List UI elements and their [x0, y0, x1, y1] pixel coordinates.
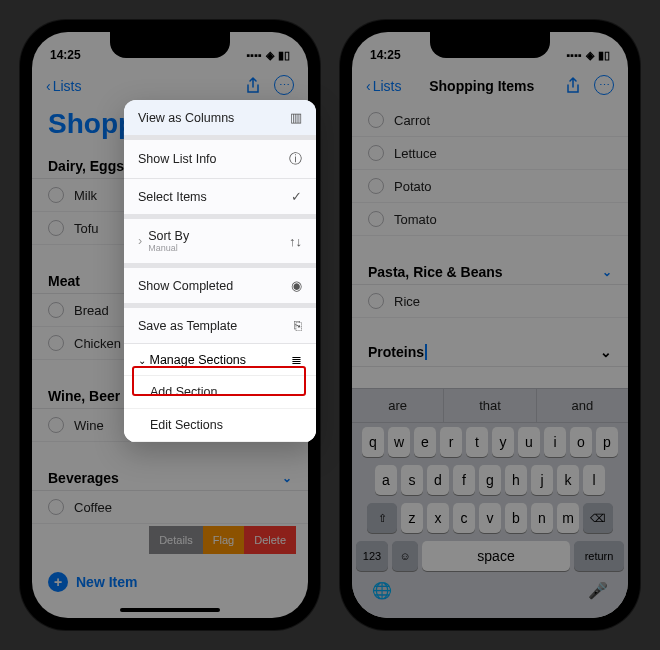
back-label: Lists [53, 78, 82, 94]
more-icon[interactable]: ⋯ [274, 75, 294, 95]
back-button[interactable]: ‹ Lists [366, 78, 401, 94]
swipe-delete-button[interactable]: Delete [244, 526, 296, 554]
key-w[interactable]: w [388, 427, 410, 457]
list-item[interactable]: Coffee [32, 491, 308, 524]
key-h[interactable]: h [505, 465, 527, 495]
suggestion[interactable]: are [352, 389, 444, 422]
chevron-down-icon[interactable]: ⌄ [602, 265, 612, 279]
more-icon[interactable]: ⋯ [594, 75, 614, 95]
notch [430, 32, 550, 58]
key-c[interactable]: c [453, 503, 475, 533]
key-z[interactable]: z [401, 503, 423, 533]
radio-icon[interactable] [48, 220, 64, 236]
menu-save-template[interactable]: Save as Template ⎘ [124, 304, 316, 344]
battery-icon: ▮▯ [598, 49, 610, 62]
share-icon[interactable] [562, 75, 584, 97]
share-icon[interactable] [242, 75, 264, 97]
submenu-edit-sections[interactable]: Edit Sections [124, 409, 316, 442]
key-row: asdfghjkl [352, 461, 628, 499]
item-label: Potato [394, 179, 432, 194]
new-item-button[interactable]: + New Item [48, 572, 137, 592]
radio-icon[interactable] [368, 112, 384, 128]
key-g[interactable]: g [479, 465, 501, 495]
key-d[interactable]: d [427, 465, 449, 495]
key-b[interactable]: b [505, 503, 527, 533]
key-x[interactable]: x [427, 503, 449, 533]
suggestion[interactable]: and [537, 389, 628, 422]
key-j[interactable]: j [531, 465, 553, 495]
section-label: Pasta, Rice & Beans [368, 264, 503, 280]
swipe-flag-button[interactable]: Flag [203, 526, 244, 554]
key-f[interactable]: f [453, 465, 475, 495]
menu-select-items[interactable]: Select Items ✓ [124, 179, 316, 215]
item-label: Bread [74, 303, 109, 318]
sort-value: Manual [148, 243, 189, 253]
backspace-key[interactable]: ⌫ [583, 503, 613, 533]
key-u[interactable]: u [518, 427, 540, 457]
radio-icon[interactable] [368, 293, 384, 309]
menu-sort-by[interactable]: › Sort By Manual ↑↓ [124, 215, 316, 264]
new-section-input[interactable]: Proteins ⌄ [352, 336, 628, 367]
radio-icon[interactable] [48, 187, 64, 203]
radio-icon[interactable] [48, 302, 64, 318]
shift-key[interactable]: ⇧ [367, 503, 397, 533]
radio-icon[interactable] [48, 417, 64, 433]
mic-icon[interactable]: 🎤 [588, 581, 608, 600]
key-l[interactable]: l [583, 465, 605, 495]
globe-icon[interactable]: 🌐 [372, 581, 392, 600]
suggestion-bar: are that and [352, 389, 628, 423]
key-q[interactable]: q [362, 427, 384, 457]
item-label: Coffee [74, 500, 112, 515]
menu-show-completed[interactable]: Show Completed ◉ [124, 264, 316, 304]
section-header[interactable]: Beverages ⌄ [32, 460, 308, 491]
list-item[interactable]: Carrot [352, 104, 628, 137]
radio-icon[interactable] [368, 211, 384, 227]
key-v[interactable]: v [479, 503, 501, 533]
key-o[interactable]: o [570, 427, 592, 457]
key-k[interactable]: k [557, 465, 579, 495]
chevron-down-icon[interactable]: ⌄ [600, 344, 612, 360]
chevron-right-icon: › [138, 234, 142, 248]
numbers-key[interactable]: 123 [356, 541, 388, 571]
list-item[interactable]: Potato [352, 170, 628, 203]
key-n[interactable]: n [531, 503, 553, 533]
swipe-details-button[interactable]: Details [149, 526, 203, 554]
key-r[interactable]: r [440, 427, 462, 457]
list-item[interactable]: Rice [352, 285, 628, 318]
key-p[interactable]: p [596, 427, 618, 457]
radio-icon[interactable] [48, 499, 64, 515]
key-i[interactable]: i [544, 427, 566, 457]
chevron-down-icon[interactable]: ⌄ [282, 471, 292, 485]
back-button[interactable]: ‹ Lists [46, 78, 81, 94]
swipe-actions: Details Flag Delete [149, 526, 296, 554]
sort-icon: ↑↓ [289, 234, 302, 249]
info-icon: ⓘ [289, 150, 302, 168]
item-label: Lettuce [394, 146, 437, 161]
return-key[interactable]: return [574, 541, 624, 571]
back-label: Lists [373, 78, 402, 94]
key-s[interactable]: s [401, 465, 423, 495]
menu-label: Select Items [138, 190, 207, 204]
section-header[interactable]: Pasta, Rice & Beans ⌄ [352, 254, 628, 285]
columns-icon: ▥ [290, 110, 302, 125]
nav-actions: ⋯ [242, 75, 294, 97]
radio-icon[interactable] [48, 335, 64, 351]
keyboard-bottom: 🌐 🎤 [352, 575, 628, 612]
key-y[interactable]: y [492, 427, 514, 457]
suggestion[interactable]: that [444, 389, 536, 422]
list-item[interactable]: Tomato [352, 203, 628, 236]
menu-view-columns[interactable]: View as Columns ▥ [124, 100, 316, 136]
menu-show-info[interactable]: Show List Info ⓘ [124, 136, 316, 179]
emoji-key[interactable]: ☺ [392, 541, 418, 571]
radio-icon[interactable] [368, 145, 384, 161]
space-key[interactable]: space [422, 541, 570, 571]
key-a[interactable]: a [375, 465, 397, 495]
chevron-left-icon: ‹ [366, 78, 371, 94]
key-e[interactable]: e [414, 427, 436, 457]
radio-icon[interactable] [368, 178, 384, 194]
new-section-text: Proteins [368, 344, 424, 360]
list-item[interactable]: Lettuce [352, 137, 628, 170]
key-m[interactable]: m [557, 503, 579, 533]
key-t[interactable]: t [466, 427, 488, 457]
item-label: Carrot [394, 113, 430, 128]
